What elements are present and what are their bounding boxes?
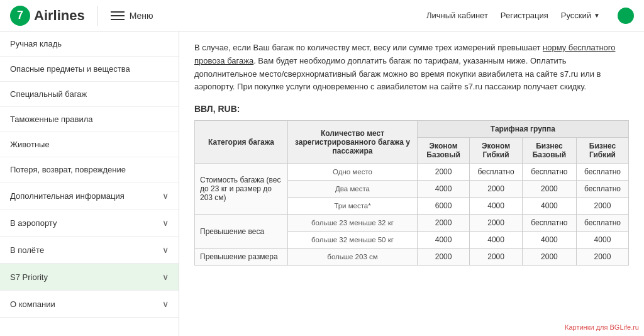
cell-2000: 2000 [522, 249, 576, 266]
sidebar-item-dangerous[interactable]: Опасные предметы и вещества [0, 57, 179, 82]
col-econom-flex: Эконом Гибкий [470, 138, 523, 164]
weight-32-50: больше 32 меньше 50 кг [288, 232, 418, 249]
header: 7 Airlines Меню Личный кабинет Регистрац… [0, 0, 644, 31]
cell-2000: 2000 [576, 249, 628, 266]
cell-free: бесплатно [576, 181, 628, 198]
cell-4000: 4000 [576, 232, 628, 249]
menu-label: Меню [130, 11, 153, 21]
intro-paragraph: В случае, если Ваш багаж по количеству м… [194, 42, 629, 94]
category-overweight: Превышение веса [195, 215, 288, 249]
cell-free: бесплатно [576, 215, 628, 232]
chevron-down-icon: ▼ [594, 12, 600, 19]
sidebar-item-special[interactable]: Специальный багаж [0, 82, 179, 107]
logo-area: 7 Airlines [10, 6, 98, 26]
cell-4000: 4000 [417, 181, 469, 198]
col-biz-flex: Бизнес Гибкий [576, 138, 628, 164]
col-tariff-group: Тарифная группа [417, 121, 628, 138]
sidebar-item-hand-luggage[interactable]: Ручная кладь [0, 31, 179, 57]
chevron-right-icon: ∨ [162, 191, 169, 201]
cell-4000: 4000 [470, 232, 523, 249]
header-nav: Личный кабинет Регистрация Русский ▼ [426, 8, 634, 24]
sidebar-item-loss[interactable]: Потеря, возврат, повреждение [0, 157, 179, 182]
col-category: Категория багажа [195, 121, 288, 164]
sidebar-item-s7priority[interactable]: S7 Priority ∨ [0, 264, 179, 291]
cell-2000: 2000 [417, 215, 469, 232]
menu-button[interactable]: Меню [111, 11, 153, 21]
sidebar-item-additional-info[interactable]: Дополнительная информация ∨ [0, 182, 179, 210]
cell-2000: 2000 [470, 181, 523, 198]
places-three: Три места* [288, 198, 418, 215]
cell-2000: 2000 [470, 215, 523, 232]
col-places: Количество мест зарегистрированного бага… [288, 121, 418, 164]
sidebar-item-about[interactable]: О компании ∨ [0, 291, 179, 318]
personal-cabinet-link[interactable]: Личный кабинет [426, 11, 488, 20]
category-cost: Стоимость багажа (вес до 23 кг и размер … [195, 164, 288, 215]
col-econom-base: Эконом Базовый [417, 138, 469, 164]
registration-link[interactable]: Регистрация [501, 11, 548, 20]
chevron-right-icon: ∨ [162, 272, 169, 282]
cell-6000: 6000 [417, 198, 469, 215]
sidebar-item-airport[interactable]: В аэропорту ∨ [0, 210, 179, 237]
sidebar-item-inflight[interactable]: В полёте ∨ [0, 237, 179, 264]
size-203: больше 203 см [288, 249, 418, 266]
main-content: В случае, если Ваш багаж по количеству м… [179, 31, 644, 336]
cell-4000: 4000 [417, 232, 469, 249]
cell-free: бесплатно [522, 164, 576, 181]
cell-2000: 2000 [417, 249, 469, 266]
cell-4000: 4000 [522, 232, 576, 249]
chevron-right-icon: ∨ [162, 299, 169, 309]
baggage-table: Категория багажа Количество мест зарегис… [194, 120, 629, 266]
cell-free: бесплатно [576, 164, 628, 181]
places-one: Одно место [288, 164, 418, 181]
cell-2000: 2000 [522, 181, 576, 198]
globe-icon [618, 8, 634, 24]
table-section-title: ВВЛ, RUB: [194, 104, 629, 114]
category-oversize: Превышение размера [195, 249, 288, 266]
sidebar-item-animals[interactable]: Животные [0, 132, 179, 157]
cell-free: бесплатно [470, 164, 523, 181]
chevron-right-icon: ∨ [162, 245, 169, 255]
sidebar-item-customs[interactable]: Таможенные правила [0, 107, 179, 132]
cell-free: бесплатно [522, 215, 576, 232]
baggage-norm-link[interactable]: норму бесплатного провоза багажа [194, 43, 615, 65]
table-row: Стоимость багажа (вес до 23 кг и размер … [195, 164, 629, 181]
logo-text: Airlines [34, 8, 85, 24]
table-row: Превышение веса больше 23 меньше 32 кг 2… [195, 215, 629, 232]
weight-23-32: больше 23 меньше 32 кг [288, 215, 418, 232]
table-row: Превышение размера больше 203 см 2000 20… [195, 249, 629, 266]
sidebar: Ручная кладь Опасные предметы и вещества… [0, 31, 179, 336]
places-two: Два места [288, 181, 418, 198]
lang-label: Русский [561, 11, 591, 20]
cell-2000: 2000 [576, 198, 628, 215]
chevron-right-icon: ∨ [162, 218, 169, 228]
cell-4000: 4000 [470, 198, 523, 215]
cell-2000: 2000 [417, 164, 469, 181]
cell-4000: 4000 [522, 198, 576, 215]
language-selector[interactable]: Русский ▼ [561, 11, 600, 20]
cell-2000: 2000 [470, 249, 523, 266]
hamburger-icon [111, 11, 125, 20]
col-biz-base: Бизнес Базовый [522, 138, 576, 164]
logo-icon: 7 [10, 6, 30, 26]
main-layout: Ручная кладь Опасные предметы и вещества… [0, 31, 644, 336]
